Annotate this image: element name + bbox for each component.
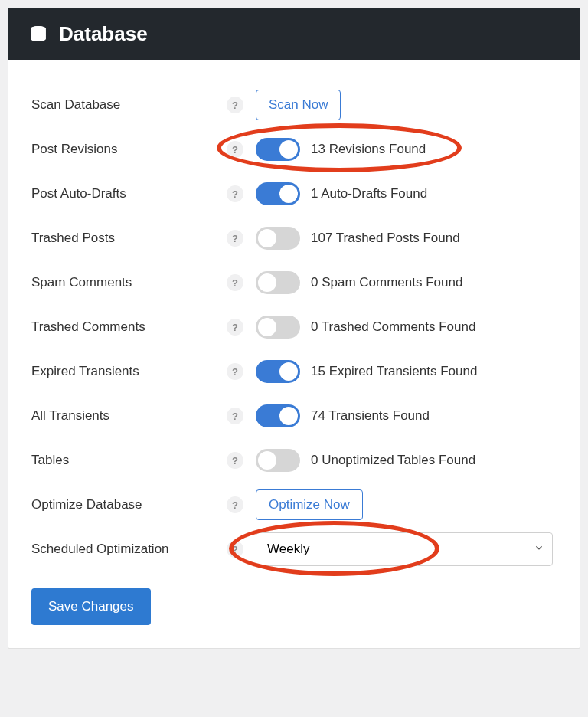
toggle-all-transients[interactable] xyxy=(256,404,300,427)
help-icon[interactable]: ? xyxy=(227,363,243,380)
toggle-spam-comments[interactable] xyxy=(256,271,300,294)
label-tables: Tables xyxy=(31,453,227,468)
row-trashed-posts: Trashed Posts ? 107 Trashed Posts Found xyxy=(31,216,557,260)
label-autodrafts: Post Auto-Drafts xyxy=(31,186,227,201)
database-icon xyxy=(28,25,48,44)
help-icon[interactable]: ? xyxy=(227,541,243,558)
row-all-transients: All Transients ? 74 Transients Found xyxy=(31,394,557,438)
help-icon[interactable]: ? xyxy=(227,274,243,291)
toggle-post-revisions[interactable] xyxy=(256,138,300,161)
scan-now-button[interactable]: Scan Now xyxy=(256,90,341,120)
status-expired-transients: 15 Expired Transients Found xyxy=(311,364,477,379)
label-scan: Scan Database xyxy=(31,97,227,113)
help-icon[interactable]: ? xyxy=(227,230,243,247)
label-optimize: Optimize Database xyxy=(31,497,227,512)
status-trashed-comments: 0 Trashed Comments Found xyxy=(311,319,475,335)
row-scheduled-optimization: Scheduled Optimization ? Weekly xyxy=(31,527,557,571)
help-icon[interactable]: ? xyxy=(227,185,243,202)
help-icon[interactable]: ? xyxy=(227,319,243,336)
svg-point-1 xyxy=(31,25,46,31)
toggle-trashed-comments[interactable] xyxy=(256,316,300,339)
label-trashed-posts: Trashed Posts xyxy=(31,231,227,246)
database-panel: Database Scan Database ? Scan Now Post R… xyxy=(8,8,580,649)
status-auto-drafts: 1 Auto-Drafts Found xyxy=(311,186,427,201)
row-post-revisions: Post Revisions ? 13 Revisions Found xyxy=(31,127,557,172)
toggle-tables[interactable] xyxy=(256,449,300,472)
panel-header: Database xyxy=(8,8,580,60)
label-revisions: Post Revisions xyxy=(31,142,227,157)
panel-body: Scan Database ? Scan Now Post Revisions … xyxy=(8,60,580,648)
toggle-expired-transients[interactable] xyxy=(256,360,300,383)
help-icon[interactable]: ? xyxy=(227,452,243,469)
status-tables: 0 Unoptimized Tables Found xyxy=(311,453,475,468)
label-trashed-comments: Trashed Comments xyxy=(31,319,227,335)
label-schedule: Scheduled Optimization xyxy=(31,542,227,557)
schedule-select[interactable]: Weekly xyxy=(256,532,553,566)
row-optimize-database: Optimize Database ? Optimize Now xyxy=(31,483,557,527)
toggle-trashed-posts[interactable] xyxy=(256,227,300,250)
help-icon[interactable]: ? xyxy=(227,141,243,158)
help-icon[interactable]: ? xyxy=(227,97,243,113)
help-icon[interactable]: ? xyxy=(227,496,243,513)
status-all-transients: 74 Transients Found xyxy=(311,408,430,424)
label-spam: Spam Comments xyxy=(31,275,227,290)
status-trashed-posts: 107 Trashed Posts Found xyxy=(311,231,460,246)
row-tables: Tables ? 0 Unoptimized Tables Found xyxy=(31,438,557,483)
status-spam-comments: 0 Spam Comments Found xyxy=(311,275,462,290)
row-auto-drafts: Post Auto-Drafts ? 1 Auto-Drafts Found xyxy=(31,172,557,216)
row-trashed-comments: Trashed Comments ? 0 Trashed Comments Fo… xyxy=(31,305,557,349)
label-all-transients: All Transients xyxy=(31,408,227,424)
row-expired-transients: Expired Transients ? 15 Expired Transien… xyxy=(31,349,557,394)
save-changes-button[interactable]: Save Changes xyxy=(31,588,151,625)
label-expired-transients: Expired Transients xyxy=(31,364,227,379)
status-post-revisions: 13 Revisions Found xyxy=(311,142,426,157)
row-scan-database: Scan Database ? Scan Now xyxy=(31,83,557,127)
row-spam-comments: Spam Comments ? 0 Spam Comments Found xyxy=(31,260,557,305)
help-icon[interactable]: ? xyxy=(227,408,243,424)
panel-title: Database xyxy=(59,22,148,46)
optimize-now-button[interactable]: Optimize Now xyxy=(256,489,363,520)
toggle-auto-drafts[interactable] xyxy=(256,182,300,205)
